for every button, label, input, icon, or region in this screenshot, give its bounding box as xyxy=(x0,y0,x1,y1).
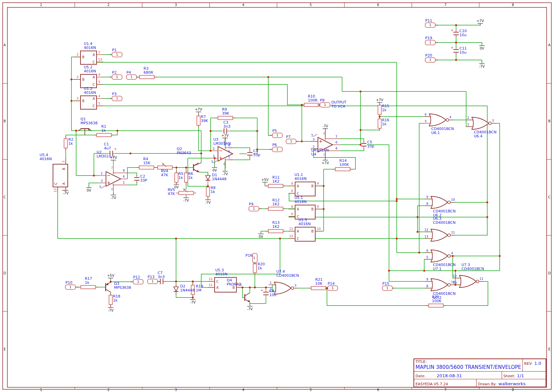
transistor-Q3[interactable]: Q3MPS3638 xyxy=(106,281,131,292)
wire[interactable] xyxy=(289,216,487,217)
connector-P2[interactable]: 1P2 xyxy=(109,70,122,79)
power-flag--7V[interactable]: -7V xyxy=(479,61,485,68)
power-flag-+5V[interactable]: +5V xyxy=(107,274,114,280)
wire[interactable] xyxy=(265,184,268,186)
resistor-R7[interactable]: R739K xyxy=(197,113,208,128)
wire[interactable] xyxy=(199,125,211,151)
resistor-R5[interactable]: R51k xyxy=(175,170,183,185)
opamp-U2[interactable]: U2LM301AN23574861 xyxy=(97,150,127,194)
wire[interactable] xyxy=(250,302,266,304)
wire[interactable] xyxy=(111,131,117,135)
resistor-R16[interactable]: R161k xyxy=(378,116,389,131)
capacitor-C4[interactable]: C433p xyxy=(247,149,260,158)
connector-P16[interactable]: 1P16 xyxy=(245,253,257,265)
capacitor-C3[interactable]: C33n3 xyxy=(221,120,230,134)
wire[interactable] xyxy=(200,172,208,176)
wire[interactable] xyxy=(340,147,364,151)
ic-U5.4[interactable]: U5.44016N2B13C1A xyxy=(40,153,68,192)
capacitor-C11[interactable]: +C1110u xyxy=(451,46,467,55)
wire[interactable] xyxy=(466,91,472,127)
ic-U1.2[interactable]: U1.24016N3B4A5C xyxy=(74,86,103,109)
wire[interactable] xyxy=(287,84,304,105)
resistor-R18[interactable]: R181k xyxy=(109,292,120,307)
resistor-R15[interactable]: R151k xyxy=(378,103,389,117)
wire[interactable] xyxy=(201,239,280,287)
resistor-R11[interactable]: R111K2 xyxy=(266,175,286,188)
connector-P7[interactable]: 1P7 xyxy=(286,135,299,144)
wire[interactable] xyxy=(436,60,482,62)
wire[interactable] xyxy=(436,24,480,25)
wire[interactable] xyxy=(127,182,137,185)
wire[interactable] xyxy=(127,173,137,176)
connector-P1[interactable]: 1P1 xyxy=(109,48,122,57)
connector-P9[interactable]: 1P9 xyxy=(249,202,262,211)
trimmer-RV5[interactable]: RV547K xyxy=(168,188,196,196)
nor-gate-U7.3[interactable]: 121311U7.3CD4001BCN xyxy=(453,263,484,287)
power-flag-+5V[interactable]: +5V xyxy=(261,178,269,185)
trimmer-RV4[interactable]: RV447K xyxy=(155,163,175,177)
connector-P11[interactable]: 1P11 xyxy=(425,18,438,27)
resistor-R14[interactable]: R14100K xyxy=(333,158,353,171)
connector-P12[interactable]: 1P12 xyxy=(130,275,143,284)
date-value: 2018-08-31 xyxy=(437,373,462,378)
opamp-U4[interactable]: LM301ANU432547168 xyxy=(311,128,340,159)
nor-gate-U6.3[interactable]: 121311U6.3CD4001BCN xyxy=(425,216,456,241)
connector-P19[interactable]: 1P19 xyxy=(425,36,438,45)
power-flag-0V[interactable]: 0V xyxy=(258,232,264,239)
wire[interactable] xyxy=(76,131,99,176)
power-flag--7V[interactable]: -7V xyxy=(183,195,189,202)
wire[interactable] xyxy=(361,128,380,130)
resistor-R12[interactable]: R121K2 xyxy=(266,198,286,210)
resistor-R4[interactable]: R415K xyxy=(136,157,157,169)
resistor-R17[interactable]: R171k xyxy=(78,276,98,289)
power-flag-0V[interactable]: 0V xyxy=(86,185,92,192)
resistor-R2[interactable]: R21k xyxy=(64,136,73,151)
resistor-R13[interactable]: R131K2 xyxy=(266,220,286,233)
wire[interactable] xyxy=(229,148,250,151)
wire[interactable] xyxy=(89,183,99,186)
opamp-U3[interactable]: U3LM301AN23574861 xyxy=(211,137,233,169)
nor-gate-U7.1[interactable]: 654CD4001BCNU7.1 xyxy=(425,249,455,271)
wire[interactable] xyxy=(229,156,250,160)
connector-P20[interactable]: 1P20 xyxy=(425,53,438,62)
ic-U1.4[interactable]: U1.44016N2B1A13C xyxy=(74,42,103,64)
connector-P3[interactable]: 1P3 xyxy=(109,92,122,101)
resistor-R3[interactable]: R3680R xyxy=(137,66,157,79)
connector-P4[interactable]: 1P4 xyxy=(126,70,139,79)
power-flag--7V[interactable]: -7V xyxy=(222,169,228,176)
transistor-Q1[interactable]: Q1MPS3638 xyxy=(78,117,98,135)
ic-U1.1[interactable]: U1.14016N8A6C9B xyxy=(288,173,322,196)
power-flag-+7V[interactable]: +7V xyxy=(477,19,484,26)
capacitor-C5[interactable]: C510p xyxy=(361,140,374,149)
power-flag-+7V[interactable]: +7V xyxy=(221,134,229,140)
nor-gate-U6.1[interactable]: 654CD4001BCNU6.1 xyxy=(423,113,454,135)
connector-P10[interactable]: 1P10 xyxy=(65,280,78,289)
power-flag--7V[interactable]: -7V xyxy=(247,304,253,311)
connector-P15[interactable]: 1P15 xyxy=(382,281,395,290)
power-flag--7V[interactable]: -7V xyxy=(111,193,116,200)
resistor-R9[interactable]: R939K xyxy=(215,107,235,120)
wire[interactable] xyxy=(327,288,429,306)
nor-gate-U6.2[interactable]: 9810CD4001BCNU6.2 xyxy=(425,195,455,217)
nor-gate-U6.4[interactable]: 213CD4001BCNU6.4 xyxy=(466,116,496,138)
ic-U5.1[interactable]: U5.14016N8A6C9B xyxy=(288,196,322,219)
power-flag-0V[interactable]: 0V xyxy=(479,43,485,50)
wire[interactable] xyxy=(268,77,272,135)
ic-U5.3[interactable]: U5.34016N12C11A10B xyxy=(208,268,243,292)
connector-P5[interactable]: 1P5 xyxy=(270,129,282,138)
resistor-R6[interactable]: R61k xyxy=(184,170,193,185)
ic-U5.2[interactable]: U5.24016N3B4A5C xyxy=(74,65,103,88)
capacitor-C10[interactable]: +C1010u xyxy=(451,28,467,38)
power-flag-0V[interactable]: 0V xyxy=(212,165,217,172)
ic-U1.3[interactable]: U1.34016N11A12C10B xyxy=(288,218,322,241)
wire[interactable] xyxy=(436,43,482,44)
resistor-body xyxy=(335,168,350,171)
wire[interactable] xyxy=(449,217,487,235)
capacitor-C7[interactable]: C73n3 xyxy=(158,271,166,284)
capacitor-C2[interactable]: C233P xyxy=(134,174,147,183)
capacitor-C8[interactable]: +C810u xyxy=(261,288,276,298)
border-col-label: 8 xyxy=(512,3,514,7)
nor-gate-U7.2[interactable]: 9810CD4001BCNU7.2 xyxy=(425,278,455,300)
resistor-R23[interactable]: R23100K xyxy=(426,295,446,307)
connector-P6[interactable]: 1P6 xyxy=(270,143,282,152)
